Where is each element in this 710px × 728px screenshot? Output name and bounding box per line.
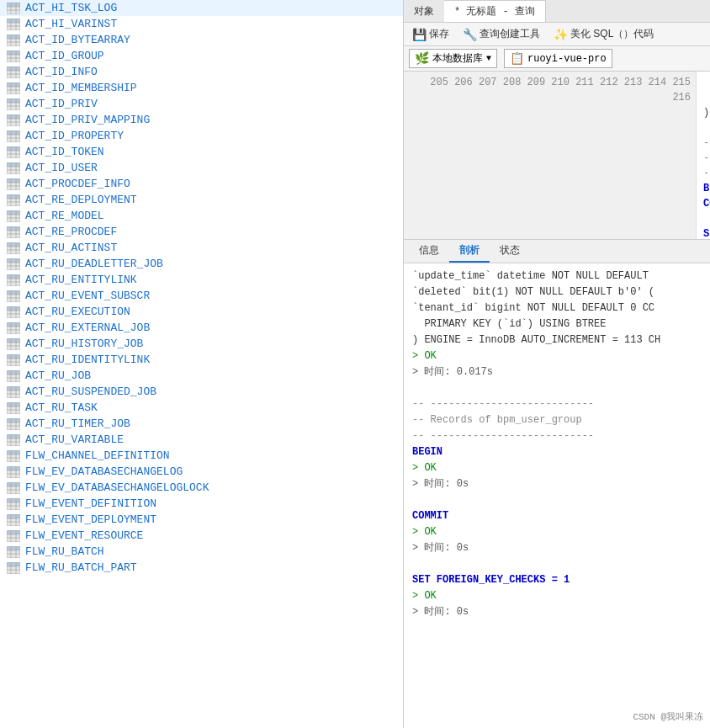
table-row[interactable]: ACT_ID_INFO (0, 64, 403, 80)
table-name-label: ACT_RU_VARIABLE (25, 433, 124, 446)
table-icon (7, 162, 20, 174)
table-row[interactable]: ACT_ID_PRIV (0, 96, 403, 112)
save-label: 保存 (429, 27, 449, 41)
table-icon (7, 82, 20, 94)
table-row[interactable]: ACT_ID_TOKEN (0, 144, 403, 160)
svg-rect-71 (7, 178, 20, 183)
table-name-label: ACT_ID_PRIV_MAPPING (25, 114, 150, 126)
tab-profiling[interactable]: 剖析 (449, 240, 490, 263)
table-name-label: ACT_ID_INFO (25, 66, 98, 78)
svg-rect-173 (7, 450, 20, 454)
table-icon (7, 66, 20, 78)
svg-rect-137 (7, 354, 20, 359)
table-row[interactable]: ACT_ID_BYTEARRAY (0, 32, 403, 48)
table-icon (7, 338, 20, 350)
table-row[interactable]: FLW_EV_DATABASECHANGELOG (0, 464, 403, 480)
table-row[interactable]: ACT_RU_EXECUTION (0, 304, 403, 320)
svg-rect-53 (7, 130, 20, 135)
table-list[interactable]: ACT_HI_TSK_LOG ACT_HI_VARINST ACT_ID_BYT… (0, 0, 404, 728)
table-row[interactable]: ACT_ID_MEMBERSHIP (0, 80, 403, 96)
svg-rect-143 (7, 370, 20, 375)
svg-rect-125 (7, 322, 20, 327)
table-row[interactable]: ACT_RU_ENTITYLINK (0, 272, 403, 288)
table-icon (7, 178, 20, 190)
table-row[interactable]: ACT_RE_DEPLOYMENT (0, 192, 403, 208)
db-bar: 🌿 本地数据库 ▼ 📋 ruoyi-vue-pro (404, 46, 710, 72)
table-row[interactable]: FLW_CHANNEL_DEFINITION (0, 448, 403, 464)
table-name-label: ACT_RU_SUSPENDED_JOB (25, 385, 156, 398)
table-icon (7, 386, 20, 398)
table-row[interactable]: ACT_ID_PRIV_MAPPING (0, 112, 403, 128)
table-row[interactable]: ACT_RU_EXTERNAL_JOB (0, 320, 403, 336)
table-row[interactable]: ACT_RU_JOB (0, 368, 403, 384)
table-row[interactable]: FLW_EV_DATABASECHANGELOGLOCK (0, 480, 403, 496)
table-name-label: ACT_RU_IDENTITYLINK (25, 353, 150, 366)
toolbar: 💾 保存 🔧 查询创建工具 ✨ 美化 SQL（）代码 (404, 23, 710, 46)
table-row[interactable]: ACT_RU_HISTORY_JOB (0, 336, 403, 352)
table-row[interactable]: ACT_RU_TASK (0, 400, 403, 416)
table-row[interactable]: ACT_RU_EVENT_SUBSCR (0, 288, 403, 304)
table-icon (7, 258, 20, 270)
table-row[interactable]: ACT_RU_VARIABLE (0, 432, 403, 448)
table-name-label: ACT_RU_EXECUTION (25, 306, 130, 318)
table-name-label: ACT_RU_ACTINST (25, 242, 117, 254)
db-selector[interactable]: 🌿 本地数据库 ▼ (409, 49, 497, 68)
table-name-label: ACT_RE_MODEL (25, 210, 104, 222)
table-row[interactable]: ACT_HI_VARINST (0, 16, 403, 32)
svg-rect-167 (7, 434, 20, 438)
table-row[interactable]: ACT_RU_TIMER_JOB (0, 416, 403, 432)
table-row[interactable]: ACT_RU_DEADLETTER_JOB (0, 256, 403, 272)
table-name-label: FLW_EV_DATABASECHANGELOGLOCK (25, 481, 209, 494)
query-builder-label: 查询创建工具 (480, 27, 540, 41)
table-name-label: ACT_ID_GROUP (25, 50, 104, 62)
table-row[interactable]: ACT_RE_PROCDEF (0, 224, 403, 240)
table-row[interactable]: ACT_ID_USER (0, 160, 403, 176)
table-row[interactable]: FLW_RU_BATCH (0, 544, 403, 560)
table-row[interactable]: FLW_EVENT_DEPLOYMENT (0, 512, 403, 528)
table-name-label: ACT_HI_VARINST (25, 18, 117, 30)
table-row[interactable]: FLW_RU_BATCH_PART (0, 560, 403, 576)
query-builder-button[interactable]: 🔧 查询创建工具 (459, 25, 543, 43)
table-icon (7, 530, 20, 542)
save-button[interactable]: 💾 保存 (409, 25, 453, 43)
table-name-label: FLW_EV_DATABASECHANGELOG (25, 465, 183, 478)
table-icon (7, 242, 20, 254)
table-row[interactable]: ACT_ID_PROPERTY (0, 128, 403, 144)
query-builder-icon: 🔧 (463, 28, 477, 41)
sql-content[interactable]: `tenant_id` bigint NOT NULL D PRIMARY KE… (697, 72, 710, 239)
tab-status[interactable]: 状态 (490, 240, 530, 263)
tab-info[interactable]: 信息 (409, 240, 449, 263)
table-icon (7, 274, 20, 286)
table-selector[interactable]: 📋 ruoyi-vue-pro (504, 49, 612, 68)
table-icon (7, 306, 20, 318)
svg-rect-215 (7, 562, 20, 566)
table-row[interactable]: ACT_PROCDEF_INFO (0, 176, 403, 192)
table-name-label: FLW_CHANNEL_DEFINITION (25, 449, 170, 462)
table-row[interactable]: ACT_RU_ACTINST (0, 240, 403, 256)
table-row[interactable]: ACT_HI_TSK_LOG (0, 0, 403, 16)
table-icon (7, 130, 20, 142)
table-row[interactable]: FLW_EVENT_DEFINITION (0, 496, 403, 512)
query-tab[interactable]: * 无标题 - 查询 (444, 0, 546, 22)
table-name-label: ACT_RU_TIMER_JOB (25, 417, 130, 430)
table-row[interactable]: FLW_EVENT_RESOURCE (0, 528, 403, 544)
svg-rect-119 (7, 306, 20, 311)
svg-rect-209 (7, 546, 20, 550)
table-name-label: ACT_RU_ENTITYLINK (25, 274, 137, 286)
sql-editor[interactable]: 205 206 207 208 209 210 211 212 213 214 … (404, 72, 710, 240)
table-icon (7, 19, 20, 30)
table-icon (7, 402, 20, 414)
svg-rect-77 (7, 194, 20, 199)
table-name-label: ACT_PROCDEF_INFO (25, 178, 130, 190)
svg-rect-191 (7, 498, 20, 502)
svg-rect-17 (7, 35, 20, 39)
table-row[interactable]: ACT_ID_GROUP (0, 48, 403, 64)
beautify-sql-button[interactable]: ✨ 美化 SQL（）代码 (550, 25, 657, 43)
table-name-label: ACT_ID_PRIV (25, 98, 98, 110)
table-name-label: ACT_HI_TSK_LOG (25, 2, 117, 14)
table-row[interactable]: ACT_RU_IDENTITYLINK (0, 352, 403, 368)
table-row[interactable]: ACT_RE_MODEL (0, 208, 403, 224)
object-label[interactable]: 对象 (404, 1, 444, 22)
result-area: `update_time` datetime NOT NULL DEFAULT … (404, 263, 710, 728)
table-row[interactable]: ACT_RU_SUSPENDED_JOB (0, 384, 403, 400)
